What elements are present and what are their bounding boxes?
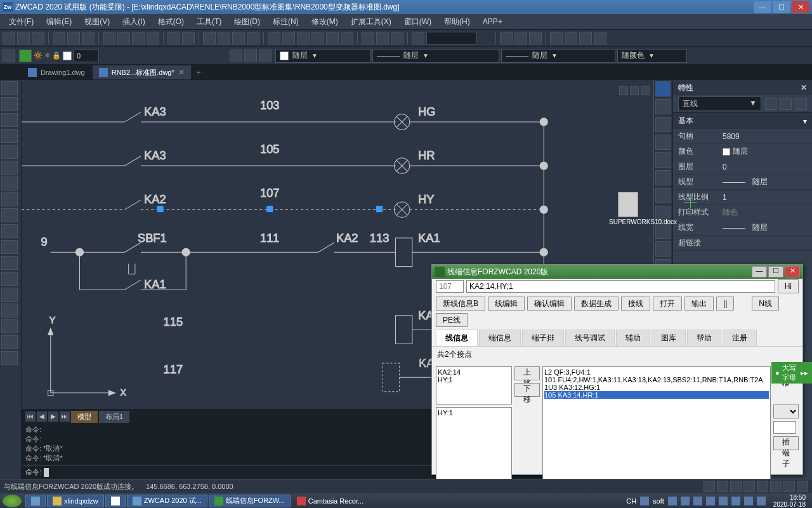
- tray-icon[interactable]: [681, 497, 690, 505]
- t1-icon[interactable]: [268, 32, 280, 44]
- rect-icon[interactable]: [1, 129, 18, 143]
- taskbar-item-camtasia[interactable]: Camtasia Recor...: [292, 495, 369, 507]
- add-tab-icon[interactable]: ＋: [195, 67, 202, 78]
- gradient-icon[interactable]: [1, 288, 18, 302]
- cut-icon[interactable]: [103, 32, 115, 44]
- color-dropdown[interactable]: 随层▼: [275, 49, 370, 63]
- lwt-icon[interactable]: [783, 481, 795, 492]
- t7-icon[interactable]: [362, 32, 374, 44]
- palette9-icon[interactable]: [655, 241, 671, 257]
- publish-icon[interactable]: [82, 32, 95, 44]
- hatch-preview[interactable]: [426, 32, 477, 44]
- plotstyle-dropdown[interactable]: 随颜色▼: [617, 49, 687, 63]
- osnap-icon[interactable]: [757, 481, 768, 492]
- start-button[interactable]: [3, 495, 22, 507]
- tray-icon[interactable]: [640, 497, 649, 505]
- taskbar-item-explorer[interactable]: [25, 495, 46, 507]
- point-icon[interactable]: [1, 256, 18, 270]
- menu-view[interactable]: 视图(V): [79, 15, 115, 29]
- tab-terminfo[interactable]: 端信息: [479, 330, 521, 346]
- t9-icon[interactable]: [391, 32, 403, 44]
- doctab-drawing1[interactable]: Drawing1.dwg: [22, 65, 91, 79]
- menu-file[interactable]: 文件(F): [4, 15, 39, 29]
- t2-icon[interactable]: [282, 32, 295, 44]
- ime-mode[interactable]: soft: [653, 497, 664, 505]
- doctab-active[interactable]: RNB2...标准图.dwg* ✕: [93, 65, 191, 79]
- t6-icon[interactable]: [341, 32, 353, 44]
- xt-select[interactable]: XT: [773, 404, 799, 418]
- block2-icon[interactable]: [565, 32, 577, 44]
- layer-color[interactable]: [63, 51, 72, 60]
- menu-edit[interactable]: 编辑(E): [41, 15, 77, 29]
- text-icon[interactable]: [1, 351, 18, 365]
- layer-tool2-icon[interactable]: [244, 50, 257, 62]
- tray-icon[interactable]: [706, 497, 715, 505]
- pan-icon[interactable]: [203, 32, 216, 44]
- dialog-minimize-button[interactable]: —: [752, 266, 767, 277]
- tray-icon[interactable]: [757, 497, 766, 505]
- model-tab[interactable]: 模型: [71, 411, 98, 423]
- block3-icon[interactable]: [579, 32, 592, 44]
- maximize-button[interactable]: ☐: [773, 1, 790, 13]
- btn-lineedit[interactable]: 线编辑: [488, 297, 525, 311]
- ortho-icon[interactable]: [730, 481, 742, 492]
- save-icon[interactable]: [32, 32, 44, 44]
- properties-close-icon[interactable]: ✕: [801, 83, 807, 92]
- viewport-min-icon[interactable]: [619, 86, 628, 95]
- spline-icon[interactable]: [1, 177, 18, 190]
- tab-lineinfo[interactable]: 线信息: [436, 330, 478, 346]
- btn-newline[interactable]: 新线信息B: [436, 297, 485, 311]
- pline-icon[interactable]: [1, 97, 18, 111]
- pickadd-icon[interactable]: [796, 98, 807, 110]
- btn-confirm[interactable]: 确认编辑: [527, 297, 572, 311]
- menu-ext[interactable]: 扩展工具(X): [346, 15, 396, 29]
- open-icon[interactable]: [17, 32, 30, 44]
- taskbar-item-wireinfo[interactable]: 线端信息FORZW...: [209, 495, 291, 507]
- palette5-icon[interactable]: [655, 170, 671, 185]
- palette4-icon[interactable]: [655, 152, 671, 168]
- polygon-icon[interactable]: [1, 113, 18, 127]
- tab-aux[interactable]: 辅助: [616, 330, 650, 346]
- lineweight-dropdown[interactable]: ———随层▼: [501, 49, 615, 63]
- menu-modify[interactable]: 修改(M): [306, 15, 343, 29]
- btn-moveup1[interactable]: 上移: [514, 366, 540, 380]
- zoom-prev-icon[interactable]: [247, 32, 259, 44]
- layer-on-icon[interactable]: [19, 50, 32, 62]
- insert-icon[interactable]: [1, 224, 18, 238]
- minimize-button[interactable]: —: [754, 1, 771, 13]
- menu-app[interactable]: APP+: [478, 16, 508, 27]
- desktop-docx-icon[interactable]: SUPERWORKS10.docx: [609, 192, 647, 225]
- viewport-close-icon[interactable]: [641, 86, 650, 95]
- sel3-icon[interactable]: [529, 32, 542, 44]
- tab-register[interactable]: 注册: [723, 330, 757, 346]
- palette2-icon[interactable]: [655, 117, 671, 132]
- close-tab-icon[interactable]: ✕: [178, 68, 185, 77]
- object-type-dropdown[interactable]: 直线▼: [678, 97, 761, 111]
- line-icon[interactable]: [1, 81, 18, 95]
- redo-icon[interactable]: [182, 32, 195, 44]
- wire-terminals-input[interactable]: [466, 280, 775, 293]
- undo-icon[interactable]: [167, 32, 180, 44]
- zoom-window-icon[interactable]: [232, 32, 245, 44]
- paste-icon[interactable]: [132, 32, 145, 44]
- tab-debug[interactable]: 线号调试: [565, 330, 615, 346]
- preview-icon[interactable]: [67, 32, 80, 44]
- wire-number-input[interactable]: [436, 280, 464, 293]
- btn-peline[interactable]: PE线: [436, 313, 468, 327]
- t3-icon[interactable]: [297, 32, 310, 44]
- dialog-titlebar[interactable]: 线端信息FORZWCAD 2020版 — ☐ ✕: [432, 265, 802, 279]
- btn-wiring[interactable]: 接线: [621, 297, 650, 311]
- t8-icon[interactable]: [376, 32, 389, 44]
- terminal-list1[interactable]: KA2;14 HY;1: [436, 366, 512, 404]
- terminal-list1b[interactable]: HY:1: [436, 407, 512, 483]
- terminal-list2[interactable]: L2 QF:3,FU4:1 101 FU4:2,HW:1,KA3:11,KA3:…: [542, 366, 771, 483]
- print-icon[interactable]: [53, 32, 65, 44]
- taskbar-item-folder[interactable]: xlindqxdzw: [47, 495, 104, 507]
- new-icon[interactable]: [3, 32, 15, 44]
- circle-icon[interactable]: [1, 161, 18, 175]
- close-button[interactable]: ✕: [792, 1, 809, 13]
- btn-pause[interactable]: ||: [716, 297, 734, 311]
- btn-datagen[interactable]: 数据生成: [574, 297, 619, 311]
- linetype-dropdown[interactable]: ———随层▼: [372, 49, 499, 63]
- dialog-close-button[interactable]: ✕: [785, 266, 800, 277]
